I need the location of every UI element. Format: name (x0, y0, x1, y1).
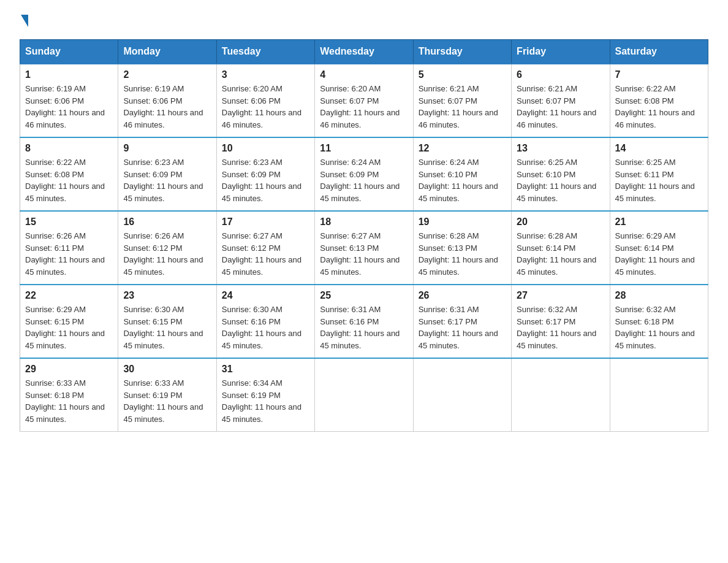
calendar-cell: 27 Sunrise: 6:32 AM Sunset: 6:17 PM Dayl… (512, 285, 610, 358)
calendar-cell: 12 Sunrise: 6:24 AM Sunset: 6:10 PM Dayl… (413, 137, 511, 211)
day-info: Sunrise: 6:19 AM Sunset: 6:06 PM Dayligh… (123, 83, 211, 131)
calendar-header-row: SundayMondayTuesdayWednesdayThursdayFrid… (20, 40, 708, 64)
calendar-cell: 29 Sunrise: 6:33 AM Sunset: 6:18 PM Dayl… (20, 358, 118, 432)
header-sunday: Sunday (20, 40, 118, 64)
day-number: 12 (419, 143, 506, 154)
header-friday: Friday (512, 40, 610, 64)
day-number: 10 (222, 143, 309, 154)
day-info: Sunrise: 6:20 AM Sunset: 6:07 PM Dayligh… (320, 83, 408, 131)
day-number: 23 (123, 290, 211, 301)
calendar-cell: 20 Sunrise: 6:28 AM Sunset: 6:14 PM Dayl… (512, 211, 610, 285)
day-number: 29 (25, 364, 113, 375)
calendar-cell: 21 Sunrise: 6:29 AM Sunset: 6:14 PM Dayl… (610, 211, 708, 285)
calendar-cell: 1 Sunrise: 6:19 AM Sunset: 6:06 PM Dayli… (20, 64, 118, 137)
day-number: 30 (123, 364, 211, 375)
calendar-cell: 26 Sunrise: 6:31 AM Sunset: 6:17 PM Dayl… (413, 285, 511, 358)
calendar-cell: 17 Sunrise: 6:27 AM Sunset: 6:12 PM Dayl… (216, 211, 314, 285)
calendar-week-5: 29 Sunrise: 6:33 AM Sunset: 6:18 PM Dayl… (20, 358, 708, 432)
day-number: 3 (222, 69, 309, 80)
day-number: 31 (222, 364, 309, 375)
calendar-cell: 25 Sunrise: 6:31 AM Sunset: 6:16 PM Dayl… (315, 285, 413, 358)
day-number: 18 (320, 216, 408, 228)
day-info: Sunrise: 6:33 AM Sunset: 6:18 PM Dayligh… (25, 377, 113, 425)
day-info: Sunrise: 6:19 AM Sunset: 6:06 PM Dayligh… (25, 83, 113, 131)
calendar-cell: 2 Sunrise: 6:19 AM Sunset: 6:06 PM Dayli… (118, 64, 216, 137)
calendar-cell: 6 Sunrise: 6:21 AM Sunset: 6:07 PM Dayli… (512, 64, 610, 137)
calendar-cell: 5 Sunrise: 6:21 AM Sunset: 6:07 PM Dayli… (413, 64, 511, 137)
day-info: Sunrise: 6:22 AM Sunset: 6:08 PM Dayligh… (615, 83, 703, 131)
day-info: Sunrise: 6:23 AM Sunset: 6:09 PM Dayligh… (222, 156, 309, 204)
calendar-week-4: 22 Sunrise: 6:29 AM Sunset: 6:15 PM Dayl… (20, 285, 708, 358)
calendar-cell: 28 Sunrise: 6:32 AM Sunset: 6:18 PM Dayl… (610, 285, 708, 358)
calendar-cell: 30 Sunrise: 6:33 AM Sunset: 6:19 PM Dayl… (118, 358, 216, 432)
day-info: Sunrise: 6:24 AM Sunset: 6:09 PM Dayligh… (320, 156, 408, 204)
logo-arrow-icon (21, 15, 28, 27)
day-number: 26 (419, 290, 506, 301)
day-number: 16 (123, 216, 211, 228)
page-header (20, 15, 708, 28)
day-info: Sunrise: 6:31 AM Sunset: 6:16 PM Dayligh… (320, 304, 408, 351)
header-thursday: Thursday (413, 40, 511, 64)
day-info: Sunrise: 6:27 AM Sunset: 6:12 PM Dayligh… (222, 230, 309, 278)
day-info: Sunrise: 6:20 AM Sunset: 6:06 PM Dayligh… (222, 83, 309, 131)
day-info: Sunrise: 6:26 AM Sunset: 6:12 PM Dayligh… (123, 230, 211, 278)
day-info: Sunrise: 6:21 AM Sunset: 6:07 PM Dayligh… (419, 83, 506, 131)
day-number: 21 (615, 216, 703, 228)
day-info: Sunrise: 6:34 AM Sunset: 6:19 PM Dayligh… (222, 377, 309, 425)
day-number: 27 (517, 290, 604, 301)
calendar-cell: 15 Sunrise: 6:26 AM Sunset: 6:11 PM Dayl… (20, 211, 118, 285)
day-number: 25 (320, 290, 408, 301)
day-number: 20 (517, 216, 604, 228)
calendar-week-3: 15 Sunrise: 6:26 AM Sunset: 6:11 PM Dayl… (20, 211, 708, 285)
day-number: 17 (222, 216, 309, 228)
day-info: Sunrise: 6:21 AM Sunset: 6:07 PM Dayligh… (517, 83, 604, 131)
day-number: 2 (123, 69, 211, 80)
day-number: 5 (419, 69, 506, 80)
day-info: Sunrise: 6:25 AM Sunset: 6:11 PM Dayligh… (615, 156, 703, 204)
day-info: Sunrise: 6:27 AM Sunset: 6:13 PM Dayligh… (320, 230, 408, 278)
calendar-cell: 11 Sunrise: 6:24 AM Sunset: 6:09 PM Dayl… (315, 137, 413, 211)
day-info: Sunrise: 6:24 AM Sunset: 6:10 PM Dayligh… (419, 156, 506, 204)
calendar-cell (512, 358, 610, 432)
day-number: 19 (419, 216, 506, 228)
day-info: Sunrise: 6:28 AM Sunset: 6:13 PM Dayligh… (419, 230, 506, 278)
calendar-cell: 22 Sunrise: 6:29 AM Sunset: 6:15 PM Dayl… (20, 285, 118, 358)
calendar-cell (413, 358, 511, 432)
day-info: Sunrise: 6:29 AM Sunset: 6:15 PM Dayligh… (25, 304, 113, 351)
calendar-cell: 18 Sunrise: 6:27 AM Sunset: 6:13 PM Dayl… (315, 211, 413, 285)
header-wednesday: Wednesday (315, 40, 413, 64)
calendar-cell: 7 Sunrise: 6:22 AM Sunset: 6:08 PM Dayli… (610, 64, 708, 137)
day-number: 4 (320, 69, 408, 80)
header-saturday: Saturday (610, 40, 708, 64)
day-info: Sunrise: 6:33 AM Sunset: 6:19 PM Dayligh… (123, 377, 211, 425)
calendar-cell: 14 Sunrise: 6:25 AM Sunset: 6:11 PM Dayl… (610, 137, 708, 211)
calendar-week-2: 8 Sunrise: 6:22 AM Sunset: 6:08 PM Dayli… (20, 137, 708, 211)
day-number: 14 (615, 143, 703, 154)
day-info: Sunrise: 6:26 AM Sunset: 6:11 PM Dayligh… (25, 230, 113, 278)
day-number: 24 (222, 290, 309, 301)
day-info: Sunrise: 6:23 AM Sunset: 6:09 PM Dayligh… (123, 156, 211, 204)
day-number: 13 (517, 143, 604, 154)
logo (20, 15, 28, 28)
calendar-cell: 31 Sunrise: 6:34 AM Sunset: 6:19 PM Dayl… (216, 358, 314, 432)
day-number: 8 (25, 143, 113, 154)
day-info: Sunrise: 6:32 AM Sunset: 6:18 PM Dayligh… (615, 304, 703, 351)
calendar-cell: 9 Sunrise: 6:23 AM Sunset: 6:09 PM Dayli… (118, 137, 216, 211)
calendar-cell: 3 Sunrise: 6:20 AM Sunset: 6:06 PM Dayli… (216, 64, 314, 137)
day-info: Sunrise: 6:25 AM Sunset: 6:10 PM Dayligh… (517, 156, 604, 204)
calendar-table: SundayMondayTuesdayWednesdayThursdayFrid… (20, 39, 708, 432)
day-info: Sunrise: 6:28 AM Sunset: 6:14 PM Dayligh… (517, 230, 604, 278)
calendar-cell: 24 Sunrise: 6:30 AM Sunset: 6:16 PM Dayl… (216, 285, 314, 358)
header-monday: Monday (118, 40, 216, 64)
day-info: Sunrise: 6:31 AM Sunset: 6:17 PM Dayligh… (419, 304, 506, 351)
day-number: 11 (320, 143, 408, 154)
calendar-cell: 19 Sunrise: 6:28 AM Sunset: 6:13 PM Dayl… (413, 211, 511, 285)
day-number: 7 (615, 69, 703, 80)
day-info: Sunrise: 6:22 AM Sunset: 6:08 PM Dayligh… (25, 156, 113, 204)
calendar-cell: 16 Sunrise: 6:26 AM Sunset: 6:12 PM Dayl… (118, 211, 216, 285)
day-number: 15 (25, 216, 113, 228)
calendar-cell (315, 358, 413, 432)
calendar-week-1: 1 Sunrise: 6:19 AM Sunset: 6:06 PM Dayli… (20, 64, 708, 137)
calendar-cell: 23 Sunrise: 6:30 AM Sunset: 6:15 PM Dayl… (118, 285, 216, 358)
day-number: 6 (517, 69, 604, 80)
